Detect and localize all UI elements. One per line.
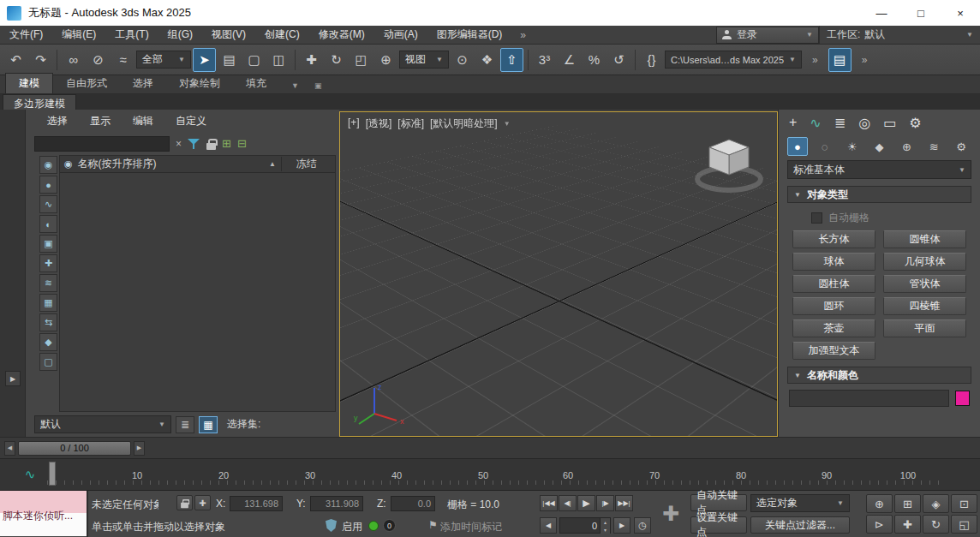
ribbon-tab-selection[interactable]: 选择 <box>120 74 166 93</box>
selection-filter-dropdown[interactable]: 全部 ▼ <box>136 51 191 69</box>
filter-cameras-icon[interactable]: ▣ <box>39 235 57 253</box>
frozen-column-header[interactable]: 冻结 <box>281 157 331 171</box>
geometry-category-icon[interactable]: ● <box>787 137 808 156</box>
toolbar-overflow-icon[interactable]: » <box>804 54 827 66</box>
display-tab[interactable]: ▭ <box>883 115 896 131</box>
utilities-tab[interactable]: ⚙ <box>909 115 921 131</box>
lights-category-icon[interactable]: ☀ <box>842 137 863 156</box>
window-crossing-button[interactable]: ◫ <box>267 48 290 72</box>
subcategory-dropdown[interactable]: 标准基本体 ▼ <box>787 160 971 179</box>
key-filters-button[interactable]: 关键点过滤器... <box>750 516 850 534</box>
sphere-button[interactable]: 球体 <box>792 253 875 271</box>
spinner-snap-button[interactable]: ↺ <box>607 48 630 72</box>
select-and-place-button[interactable]: ⊕ <box>374 48 397 72</box>
previous-frame-arrow-icon[interactable]: ◀ <box>4 441 15 456</box>
menu-tools[interactable]: 工具(T) <box>105 26 158 44</box>
object-name-input[interactable] <box>789 390 949 407</box>
filter-shapes-icon[interactable]: ∿ <box>39 195 57 213</box>
viewport-filter-funnel-icon[interactable]: ▼ <box>504 120 511 128</box>
maximize-button[interactable]: □ <box>901 0 941 26</box>
textplus-button[interactable]: 加强型文本 <box>792 342 875 360</box>
undo-button[interactable]: ↶ <box>4 48 27 72</box>
zoom-extents-icon[interactable]: ◈ <box>923 494 949 513</box>
previous-key-button[interactable]: ◀ <box>540 517 557 534</box>
ribbon-tab-object-paint[interactable]: 对象绘制 <box>166 74 233 93</box>
reference-coordinate-dropdown[interactable]: 视图 ▼ <box>399 51 449 69</box>
filter-bones-icon[interactable]: ◆ <box>39 333 57 351</box>
explorer-preset-dropdown[interactable]: 默认 ▼ <box>34 415 171 433</box>
tube-button[interactable]: 管状体 <box>883 275 966 293</box>
explorer-search-input[interactable] <box>34 136 170 152</box>
toolbar-overflow-icon[interactable]: » <box>853 54 876 66</box>
filter-geometry-icon[interactable]: ● <box>39 176 57 194</box>
menu-overflow-icon[interactable]: » <box>511 29 535 41</box>
zoom-all-icon[interactable]: ⊞ <box>894 494 921 513</box>
filter-xrefs-icon[interactable]: ⇆ <box>39 313 57 331</box>
previous-frame-button[interactable]: ◀| <box>559 495 577 511</box>
ribbon-tab-populate[interactable]: 填充 <box>233 74 279 93</box>
teapot-button[interactable]: 茶壶 <box>792 319 875 337</box>
scene-explorer-toggle-button[interactable]: ▤ <box>828 48 852 72</box>
zoom-region-icon[interactable]: ⊡ <box>951 494 977 513</box>
pan-icon[interactable]: ✚ <box>894 515 921 534</box>
set-key-button[interactable]: 设置关键点 <box>690 516 747 534</box>
viewport-shading-menu[interactable]: [默认明暗处理] <box>430 116 498 131</box>
menu-views[interactable]: 视图(V) <box>202 26 255 44</box>
rectangular-selection-button[interactable]: ▢ <box>242 48 266 72</box>
expand-all-icon[interactable]: ⊞ <box>222 137 231 150</box>
layer-manager-icon[interactable]: ≣ <box>176 416 194 433</box>
viewport-renderer-menu[interactable]: [标准] <box>397 116 424 131</box>
select-and-rotate-button[interactable]: ↻ <box>325 48 348 72</box>
current-frame-spinner[interactable]: 0 ▴ ▾ <box>559 517 611 534</box>
spinner-arrows[interactable]: ▴ ▾ <box>600 518 610 534</box>
angle-snap-button[interactable]: ∠ <box>558 48 581 72</box>
safe-scene-shield-icon[interactable] <box>326 519 337 532</box>
spacewarps-category-icon[interactable]: ≋ <box>923 137 944 156</box>
explorer-column-header[interactable]: ◉ 名称(按升序排序) ▲ 冻结 <box>60 156 335 173</box>
box-button[interactable]: 长方体 <box>792 230 875 248</box>
menu-animation[interactable]: 动画(A) <box>374 26 427 44</box>
key-selection-dropdown[interactable]: 选定对象 ▼ <box>750 494 850 512</box>
ribbon-tab-freeform[interactable]: 自由形式 <box>53 74 120 93</box>
maxscript-mini-listener[interactable]: 脚本迷你侦听... <box>0 491 88 537</box>
cone-button[interactable]: 圆锥体 <box>883 230 966 248</box>
close-button[interactable]: × <box>941 0 980 26</box>
filter-helpers-icon[interactable]: ✚ <box>39 254 57 272</box>
use-pivot-center-button[interactable]: ⊙ <box>451 48 474 72</box>
filter-spacewarps-icon[interactable]: ≋ <box>39 274 57 292</box>
select-and-move-button[interactable]: ✚ <box>300 48 323 72</box>
walk-through-icon[interactable]: ⊳ <box>866 515 893 534</box>
select-by-name-button[interactable]: ▤ <box>218 48 241 72</box>
systems-category-icon[interactable]: ⚙ <box>951 137 971 156</box>
torus-button[interactable]: 圆环 <box>792 297 875 315</box>
menu-file[interactable]: 文件(F) <box>0 26 52 44</box>
shapes-category-icon[interactable]: ◌ <box>815 137 835 156</box>
snap-toggle-3d-button[interactable]: 3³ <box>533 48 556 72</box>
motion-tab[interactable]: ◎ <box>858 115 870 131</box>
helpers-category-icon[interactable]: ⊕ <box>896 137 917 156</box>
plane-button[interactable]: 平面 <box>883 319 966 337</box>
spin-down-icon[interactable]: ▾ <box>601 526 610 534</box>
filter-all-icon[interactable]: ◉ <box>39 156 57 174</box>
pyramid-button[interactable]: 四棱锥 <box>883 297 966 315</box>
geosphere-button[interactable]: 几何球体 <box>883 253 966 271</box>
auto-key-button[interactable]: 自动关键点 <box>690 494 747 511</box>
explorer-lock-icon[interactable] <box>206 143 216 150</box>
explorer-menu-display[interactable]: 显示 <box>79 114 122 128</box>
ribbon-minimize-icon[interactable]: ▣ <box>311 78 326 93</box>
time-slider-handle[interactable]: 0 / 100 <box>18 441 131 456</box>
play-button[interactable]: ▶ <box>577 495 595 511</box>
ribbon-tab-modeling[interactable]: 建模 <box>5 73 53 93</box>
spin-up-icon[interactable]: ▴ <box>601 518 610 526</box>
next-key-button[interactable]: ▶ <box>613 517 630 534</box>
absolute-transform-toggle[interactable]: ✚ <box>194 495 211 510</box>
orbit-icon[interactable]: ↻ <box>923 515 949 534</box>
view-cube[interactable] <box>691 133 767 196</box>
explorer-menu-edit[interactable]: 编辑 <box>122 114 164 128</box>
menu-edit[interactable]: 编辑(E) <box>52 26 105 44</box>
workspace-selector[interactable]: 工作区: 默认 ▼ <box>819 26 980 44</box>
menu-create[interactable]: 创建(C) <box>255 26 309 44</box>
modify-tab[interactable]: ∿ <box>810 115 821 131</box>
notification-badge[interactable]: 0 <box>383 519 396 532</box>
create-tab[interactable]: + <box>789 115 797 130</box>
